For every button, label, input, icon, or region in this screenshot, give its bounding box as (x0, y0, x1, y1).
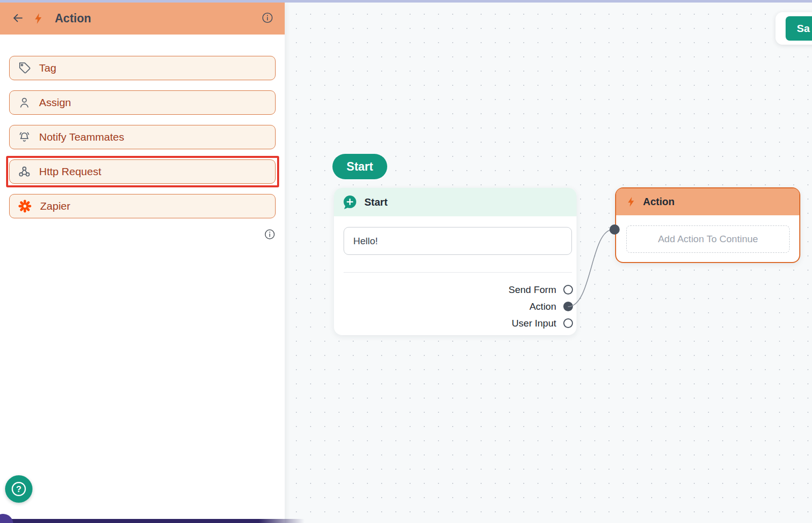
add-action-placeholder[interactable]: Add Action To Continue (626, 225, 790, 253)
svg-text:?: ? (16, 484, 21, 494)
panel-info-button[interactable] (261, 12, 274, 25)
action-node-title: Action (643, 196, 674, 208)
action-panel: Action Tag Assign Notify Teammates (0, 3, 285, 523)
flow-canvas[interactable]: Start Sa Start Hello! Send Form Action U… (285, 3, 812, 523)
action-item-assign[interactable]: Assign (9, 90, 276, 115)
action-item-http-request[interactable]: Http Request (9, 159, 276, 184)
bottom-accent-bar (0, 519, 304, 523)
output-row-action: Action (334, 298, 577, 315)
output-port-send-form[interactable] (563, 285, 573, 295)
zapier-info-button[interactable] (264, 228, 276, 242)
panel-title: Action (55, 12, 91, 25)
action-node[interactable]: Action Add Action To Continue (615, 187, 800, 263)
zapier-icon (18, 199, 32, 213)
save-button-card: Sa (775, 12, 812, 45)
person-icon (18, 96, 31, 109)
start-node-outputs: Send Form Action User Input (334, 281, 577, 332)
help-button[interactable]: ? (5, 475, 32, 503)
action-list: Tag Assign Notify Teammates Http Request (0, 35, 285, 242)
node-divider (344, 272, 572, 273)
message-input[interactable]: Hello! (344, 227, 572, 255)
question-mark-icon: ? (10, 480, 27, 498)
bell-icon (18, 130, 31, 144)
info-icon (264, 228, 276, 242)
lightning-icon (625, 196, 637, 208)
output-label: User Input (512, 318, 556, 329)
start-node[interactable]: Start Hello! Send Form Action User Input (334, 188, 577, 335)
output-port-action[interactable] (563, 302, 573, 311)
output-row-user-input: User Input (334, 315, 577, 332)
output-port-user-input[interactable] (563, 318, 573, 328)
output-label: Send Form (509, 284, 556, 296)
action-item-label: Tag (39, 62, 56, 74)
save-button[interactable]: Sa (786, 16, 812, 41)
tag-icon (18, 61, 31, 75)
action-item-label: Zapier (40, 200, 267, 212)
output-row-send-form: Send Form (334, 281, 577, 298)
start-node-title: Start (364, 197, 388, 208)
action-item-label: Assign (39, 96, 71, 109)
webhook-icon (18, 165, 31, 178)
panel-header: Action (0, 3, 285, 35)
action-item-notify-teammates[interactable]: Notify Teammates (9, 125, 276, 149)
top-accent-bar (0, 0, 812, 3)
action-node-header: Action (616, 188, 799, 215)
arrow-left-icon (11, 11, 25, 26)
action-item-label: Notify Teammates (39, 131, 124, 143)
back-button[interactable] (11, 11, 25, 26)
info-icon (261, 12, 274, 25)
start-trigger-pill[interactable]: Start (332, 154, 387, 179)
action-item-tag[interactable]: Tag (9, 56, 276, 80)
start-node-header: Start (334, 188, 577, 216)
chat-plus-icon (342, 194, 358, 210)
lightning-icon (32, 12, 45, 25)
action-item-zapier[interactable]: Zapier (9, 194, 276, 218)
output-label: Action (529, 301, 556, 312)
action-item-label: Http Request (39, 166, 101, 178)
